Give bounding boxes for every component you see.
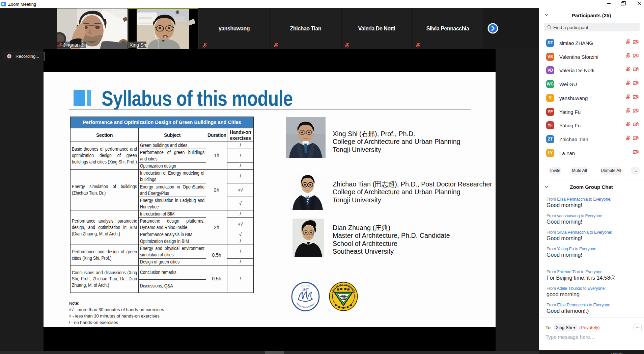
svg-text:Jingnan Jin: Jingnan Jin [63,42,87,48]
svg-text:Xing Shi: Xing Shi [130,42,147,48]
svg-text:1907: 1907 [302,288,309,291]
